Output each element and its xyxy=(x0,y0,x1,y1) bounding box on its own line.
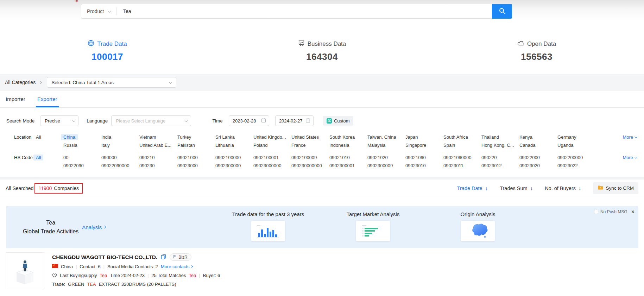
total-matches: 25 Total Matches xyxy=(151,273,186,278)
sort-no-of-buyers[interactable]: No. of Buyers ↓ xyxy=(545,185,581,191)
company-name[interactable]: CHENGDU WAGOTT BIO-TECH CO.,LTD. xyxy=(52,254,157,260)
all-categories-link[interactable]: All Categories xyxy=(5,80,41,85)
hs-option[interactable]: 09021090000 xyxy=(443,155,481,161)
hs-option[interactable]: 09022000 xyxy=(519,155,557,161)
hs-more-link[interactable]: More xyxy=(623,155,637,161)
location-option[interactable]: Germany xyxy=(557,134,595,140)
location-option[interactable]: Indonesia xyxy=(329,142,367,149)
hs-option[interactable]: 0902300009 xyxy=(367,163,405,169)
hs-option[interactable]: 09021090 xyxy=(405,155,443,161)
hs-option[interactable]: 09021000 xyxy=(177,155,215,161)
all-searched-label: All Searched xyxy=(6,185,33,191)
copy-icon[interactable] xyxy=(161,254,166,260)
location-option[interactable]: Thailand xyxy=(481,134,519,140)
location-option[interactable]: Vietnam xyxy=(139,134,177,140)
location-option-active[interactable]: China xyxy=(63,134,101,140)
hs-option[interactable]: 09022090000 xyxy=(101,163,139,169)
location-more-link[interactable]: More xyxy=(623,134,637,140)
hs-option[interactable]: 0902100001 xyxy=(253,155,291,161)
location-option[interactable]: Turkey xyxy=(177,134,215,140)
selected-areas-select[interactable]: Selected: China Total 1 Areas xyxy=(47,77,176,88)
bizr-badge[interactable]: BizR xyxy=(170,253,191,261)
results-header: All Searched 11900 Companies Trade Date … xyxy=(0,180,644,197)
section-divider xyxy=(0,177,644,180)
location-option[interactable]: Kenya xyxy=(519,134,557,140)
stat-value: 156563 xyxy=(429,51,644,62)
location-option[interactable]: Lithuania xyxy=(215,142,253,149)
hs-option[interactable]: 09023012 xyxy=(481,163,519,169)
location-option[interactable]: Spain xyxy=(443,142,481,149)
location-option[interactable]: India xyxy=(101,134,139,140)
trade-data-3y-card[interactable]: Trade data for the past 3 years xyxy=(229,211,307,241)
location-option[interactable]: Taiwan, China xyxy=(367,134,405,140)
location-option[interactable]: Hong Kong, C... xyxy=(481,142,519,149)
more-contacts-link[interactable]: More contacts xyxy=(161,264,193,269)
stat-trade-data[interactable]: Trade Data 100017 xyxy=(0,40,215,62)
stat-open-data[interactable]: Open Data 156563 xyxy=(429,40,644,62)
date-from-input[interactable]: 2023-02-28 xyxy=(229,115,269,126)
location-option[interactable]: United Arab E... xyxy=(139,142,177,149)
search-input[interactable] xyxy=(119,4,492,18)
search-mode-select[interactable]: Precise xyxy=(40,115,78,126)
hs-option[interactable]: 0902200000 xyxy=(557,155,595,161)
location-option-all[interactable]: All xyxy=(36,134,41,140)
location-option[interactable]: Pakistan xyxy=(177,142,215,149)
target-market-card[interactable]: Target Market Analysis xyxy=(334,211,412,241)
hs-option[interactable]: 0902100009 xyxy=(291,155,329,161)
sort-trades-sum[interactable]: Trades Sum ↓ xyxy=(500,185,533,191)
language-select[interactable]: Please Select Language xyxy=(111,115,191,126)
hs-option[interactable]: 0902300001 xyxy=(329,163,367,169)
tab-importer[interactable]: Importer xyxy=(6,91,25,107)
location-option[interactable]: Singapore xyxy=(405,142,443,149)
role-tabs: Importer Exporter xyxy=(0,91,644,108)
hs-option[interactable]: 09021010 xyxy=(329,155,367,161)
analysis-link[interactable]: Analysis xyxy=(82,224,106,230)
location-option[interactable]: United Kingdo... xyxy=(253,134,291,140)
hs-option[interactable]: 090210 xyxy=(139,155,177,161)
hs-option[interactable]: 090000 xyxy=(101,155,139,161)
location-option[interactable]: South Africa xyxy=(443,134,481,140)
location-option[interactable]: Canada xyxy=(519,142,557,149)
location-option[interactable]: Malaysia xyxy=(367,142,405,149)
company-thumbnail[interactable] xyxy=(6,252,44,289)
hs-option[interactable]: 090230 xyxy=(139,163,177,169)
hs-option[interactable]: 09023020 xyxy=(519,163,557,169)
company-card[interactable]: CHENGDU WAGOTT BIO-TECH CO.,LTD. BizR Ch… xyxy=(0,252,644,289)
location-option[interactable]: Uganda xyxy=(557,142,595,149)
hs-option[interactable]: 090230000000 xyxy=(291,163,329,169)
hs-option[interactable]: 09023022 xyxy=(557,163,595,169)
no-push-checkbox[interactable] xyxy=(594,210,598,214)
location-option[interactable]: Sri Lanka xyxy=(215,134,253,140)
hs-option-all[interactable]: All xyxy=(36,155,43,160)
hs-option[interactable]: 09023000 xyxy=(177,163,215,169)
date-to-input[interactable]: 2024-02-27 xyxy=(275,115,314,126)
location-option[interactable]: Russia xyxy=(63,142,101,149)
hs-option[interactable]: 0902100000 xyxy=(215,155,253,161)
hs-option[interactable]: 09023011 xyxy=(443,163,481,169)
close-icon[interactable]: × xyxy=(631,209,634,215)
tab-exporter[interactable]: Exporter xyxy=(37,91,57,107)
custom-time-button[interactable]: ⌘ Custom xyxy=(323,116,353,126)
stat-business-data[interactable]: Business Data 164304 xyxy=(215,40,429,62)
search-button[interactable] xyxy=(492,4,512,19)
hs-option[interactable]: 09023010 xyxy=(405,163,443,169)
location-label: Location xyxy=(14,134,36,149)
location-option[interactable]: Japan xyxy=(405,134,443,140)
clock-icon xyxy=(52,272,57,278)
hs-option[interactable]: 00 xyxy=(63,155,101,161)
hs-option[interactable]: 09023000000 xyxy=(253,163,291,169)
divider xyxy=(103,264,105,269)
location-option[interactable]: United States xyxy=(291,134,329,140)
origin-analysis-card[interactable]: Origin Analysis xyxy=(439,211,517,241)
location-option[interactable]: Poland xyxy=(253,142,291,149)
sort-trade-date[interactable]: Trade Date ↓ xyxy=(457,185,488,191)
hs-option[interactable]: 09022090 xyxy=(63,163,101,169)
location-option[interactable]: Italy xyxy=(101,142,139,149)
hs-option[interactable]: 090220 xyxy=(481,155,519,161)
search-category-select[interactable]: Product xyxy=(81,4,116,18)
hs-option[interactable]: 0902300000 xyxy=(215,163,253,169)
location-option[interactable]: France xyxy=(291,142,329,149)
location-option[interactable]: South Korea xyxy=(329,134,367,140)
hs-option[interactable]: 09021020 xyxy=(367,155,405,161)
sync-to-crm-button[interactable]: Sync to CRM xyxy=(593,182,638,194)
